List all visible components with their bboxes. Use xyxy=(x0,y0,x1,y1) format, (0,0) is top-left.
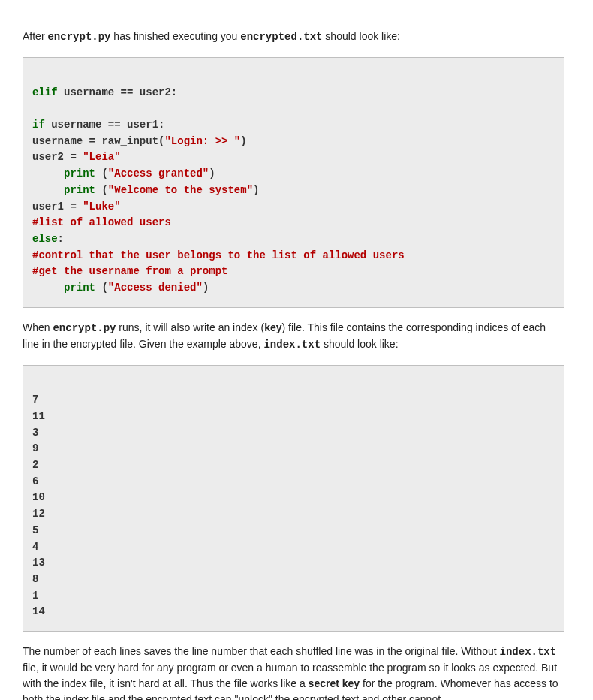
intro-paragraph-2: When encrypt.py runs, it will also write… xyxy=(23,320,564,353)
text: should look like: xyxy=(321,338,399,350)
code-line: 5 xyxy=(32,524,38,536)
text: has finished executing you xyxy=(110,30,240,42)
code-line: 12 xyxy=(32,508,45,520)
code-indent xyxy=(32,282,64,294)
code-filename-index-txt: index.txt xyxy=(500,646,557,658)
code-keyword: print xyxy=(64,167,95,180)
bold-key: key xyxy=(264,321,281,333)
text: After xyxy=(23,30,47,42)
code-text: ( xyxy=(95,167,108,180)
code-line: 2 xyxy=(32,459,38,471)
code-string: "Luke" xyxy=(83,201,120,213)
code-text: ) xyxy=(240,135,246,147)
code-line: 4 xyxy=(32,541,38,553)
code-line: 14 xyxy=(32,605,45,617)
code-line: 1 xyxy=(32,590,38,602)
code-line: 8 xyxy=(32,573,38,585)
code-line: 7 xyxy=(32,394,38,406)
code-keyword: print xyxy=(64,184,95,196)
code-keyword: print xyxy=(64,282,95,294)
code-line: 6 xyxy=(32,475,38,487)
text: When xyxy=(23,321,53,333)
code-line: 13 xyxy=(32,557,45,569)
code-text: ) xyxy=(209,167,215,180)
code-text: username == user1: xyxy=(45,119,165,131)
code-filename-encrypt: encrypt.py xyxy=(53,322,116,334)
code-keyword: elif xyxy=(32,86,58,98)
code-text: ( xyxy=(95,282,108,294)
code-filename-encrypt: encrypt.py xyxy=(47,31,110,43)
code-string: "Access granted" xyxy=(108,167,209,180)
code-text: user1 = xyxy=(32,201,83,213)
code-string: "Welcome to the system" xyxy=(108,184,253,196)
code-text: ) xyxy=(203,282,209,294)
code-line: 11 xyxy=(32,410,45,422)
code-text: : xyxy=(58,233,64,245)
code-filename-encrypted-txt: encrypted.txt xyxy=(240,31,322,43)
code-indent xyxy=(32,184,64,196)
code-keyword: else xyxy=(32,233,58,245)
code-line: 3 xyxy=(32,427,38,439)
code-string: "Login: >> " xyxy=(164,135,240,147)
code-line: 9 xyxy=(32,442,38,454)
intro-paragraph-1: After encrypt.py has finished executing … xyxy=(23,29,564,45)
code-text: ( xyxy=(95,184,108,196)
code-comment: #list of allowed users xyxy=(32,216,171,228)
code-text: ) xyxy=(253,184,259,196)
encrypted-output-code-block: elif username == user2: if username == u… xyxy=(23,57,564,308)
text: should look like: xyxy=(322,30,400,42)
code-comment: #get the username from a prompt xyxy=(32,265,227,277)
code-text: user2 = xyxy=(32,151,83,163)
code-text: username == user2: xyxy=(58,86,178,98)
code-comment: #control that the user belongs to the li… xyxy=(32,249,405,261)
code-string: "Leia" xyxy=(83,151,120,163)
text: The number of each lines saves the line … xyxy=(23,645,500,657)
code-filename-index-txt: index.txt xyxy=(263,339,321,351)
code-line: 10 xyxy=(32,491,45,503)
code-text: username = raw_input( xyxy=(32,135,164,147)
text: runs, it will also write an index ( xyxy=(116,321,264,333)
index-output-code-block: 7 11 3 9 2 6 10 12 5 4 13 8 1 14 xyxy=(23,365,564,632)
bold-secret-key: secret key xyxy=(309,677,360,689)
code-indent xyxy=(32,167,64,180)
code-string: "Access denied" xyxy=(108,282,203,294)
code-keyword: if xyxy=(32,119,45,131)
intro-paragraph-3: The number of each lines saves the line … xyxy=(23,644,564,700)
